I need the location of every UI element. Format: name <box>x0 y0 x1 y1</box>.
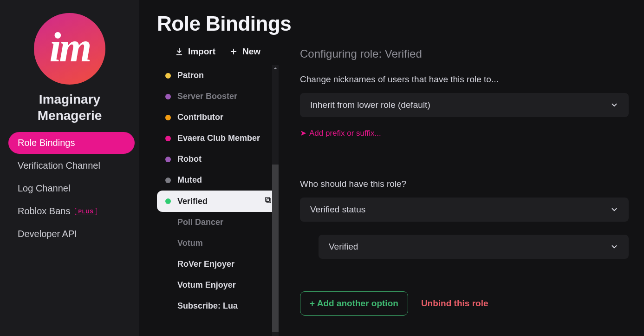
columns: Import New Patron Server Booster <box>157 46 630 336</box>
server-header: im Imaginary Menagerie <box>0 13 139 124</box>
who-select[interactable]: Verified status <box>300 198 629 222</box>
page-title: Role Bindings <box>157 12 630 35</box>
new-button[interactable]: New <box>229 46 260 57</box>
import-label: Import <box>188 46 215 57</box>
sidebar-item-label: Log Channel <box>18 183 70 194</box>
server-name-line1: Imaginary <box>38 91 102 107</box>
role-color-dot <box>165 136 171 141</box>
button-row: + Add another option Unbind this role <box>300 291 630 316</box>
who-sub-select-value: Verified <box>329 242 358 252</box>
server-avatar-text: im <box>49 23 90 71</box>
role-color-dot <box>165 241 171 246</box>
sidebar-item-developer-api[interactable]: Developer API <box>8 223 135 245</box>
scroll-track[interactable] <box>272 72 279 336</box>
role-label: Server Booster <box>177 92 237 101</box>
role-color-dot <box>165 283 171 288</box>
role-color-dot <box>165 220 171 225</box>
chevron-down-icon <box>610 101 618 109</box>
role-label: Patron <box>177 71 204 80</box>
role-row-contributor[interactable]: Contributor <box>157 107 279 128</box>
role-row-muted[interactable]: Muted <box>157 170 279 191</box>
add-prefix-button[interactable]: ➤ Add prefix or suffix... <box>300 128 630 138</box>
role-label: Contributor <box>177 112 223 122</box>
svg-rect-0 <box>267 199 271 203</box>
scroll-thumb[interactable] <box>272 165 279 332</box>
role-label: Subscribe: Lua <box>177 301 238 311</box>
scrollbar[interactable] <box>272 65 279 336</box>
config-heading: Configuring role: Verified <box>300 47 630 60</box>
config-column: Configuring role: Verified Change nickna… <box>300 46 630 336</box>
role-row-patron[interactable]: Patron <box>157 65 279 86</box>
server-name-line2: Menagerie <box>38 107 102 124</box>
role-row-poll-dancer[interactable]: Poll Dancer <box>157 212 279 233</box>
add-option-button[interactable]: + Add another option <box>300 291 408 316</box>
add-prefix-label: Add prefix or suffix... <box>309 129 381 138</box>
role-row-votum[interactable]: Votum <box>157 233 279 254</box>
sidebar-item-roblox-bans[interactable]: Roblox Bans PLUS <box>8 200 135 222</box>
role-list[interactable]: Patron Server Booster Contributor Evaera… <box>157 65 279 336</box>
pointer-icon: ➤ <box>300 128 306 138</box>
chevron-down-icon <box>610 243 618 251</box>
sidebar: im Imaginary Menagerie Role Bindings Ver… <box>0 0 139 336</box>
sidebar-item-role-bindings[interactable]: Role Bindings <box>8 132 135 154</box>
role-label: Robot <box>177 154 202 164</box>
scroll-up-arrow-icon[interactable] <box>272 65 279 72</box>
role-color-dot <box>165 178 171 183</box>
copy-icon[interactable] <box>264 196 272 206</box>
role-label: RoVer Enjoyer <box>177 259 234 269</box>
server-avatar: im <box>34 13 105 85</box>
role-label: Verified <box>177 197 208 206</box>
nickname-select[interactable]: Inherit from lower role (default) <box>300 93 629 117</box>
import-button[interactable]: Import <box>175 46 215 57</box>
sidebar-items: Role Bindings Verification Channel Log C… <box>0 132 139 245</box>
sidebar-item-label: Verification Channel <box>18 160 100 171</box>
role-color-dot <box>165 198 171 204</box>
role-list-column: Import New Patron Server Booster <box>157 46 279 336</box>
main: Role Bindings Import New Patron <box>139 0 644 336</box>
sidebar-item-label: Developer API <box>18 229 77 239</box>
plus-badge: PLUS <box>75 208 97 215</box>
sidebar-item-verification-channel[interactable]: Verification Channel <box>8 155 135 177</box>
role-row-server-booster[interactable]: Server Booster <box>157 86 279 107</box>
plus-icon <box>229 47 238 56</box>
role-row-votum-enjoyer[interactable]: Votum Enjoyer <box>157 275 279 296</box>
role-color-dot <box>165 262 171 267</box>
chevron-down-icon <box>610 205 618 214</box>
new-label: New <box>242 46 260 57</box>
role-row-verified[interactable]: Verified <box>157 191 279 212</box>
nickname-label: Change nicknames of users that have this… <box>300 74 630 85</box>
role-color-dot <box>165 303 171 309</box>
who-label: Who should have this role? <box>300 179 630 189</box>
role-color-dot <box>165 94 171 99</box>
nickname-select-value: Inherit from lower role (default) <box>310 100 430 110</box>
role-row-evaera-club[interactable]: Evaera Club Member <box>157 128 279 149</box>
role-row-robot[interactable]: Robot <box>157 149 279 170</box>
sidebar-item-label: Role Bindings <box>18 138 75 148</box>
who-select-value: Verified status <box>310 204 365 215</box>
role-color-dot <box>165 73 171 79</box>
role-label: Evaera Club Member <box>177 133 260 143</box>
svg-rect-1 <box>266 198 270 202</box>
role-color-dot <box>165 115 171 120</box>
server-name: Imaginary Menagerie <box>38 91 102 124</box>
who-sub-select[interactable]: Verified <box>319 235 629 259</box>
sidebar-item-log-channel[interactable]: Log Channel <box>8 178 135 199</box>
unbind-button[interactable]: Unbind this role <box>421 298 488 309</box>
sidebar-item-label: Roblox Bans <box>18 206 70 217</box>
role-color-dot <box>165 157 171 162</box>
role-label: Poll Dancer <box>177 217 223 227</box>
role-list-wrap: Patron Server Booster Contributor Evaera… <box>157 65 279 336</box>
role-label: Votum Enjoyer <box>177 280 236 290</box>
role-row-subscribe-lua[interactable]: Subscribe: Lua <box>157 296 279 316</box>
role-row-rover-enjoyer[interactable]: RoVer Enjoyer <box>157 254 279 275</box>
role-list-actions: Import New <box>157 46 279 65</box>
role-label: Votum <box>177 238 203 248</box>
import-icon <box>175 47 183 56</box>
role-label: Muted <box>177 175 202 185</box>
